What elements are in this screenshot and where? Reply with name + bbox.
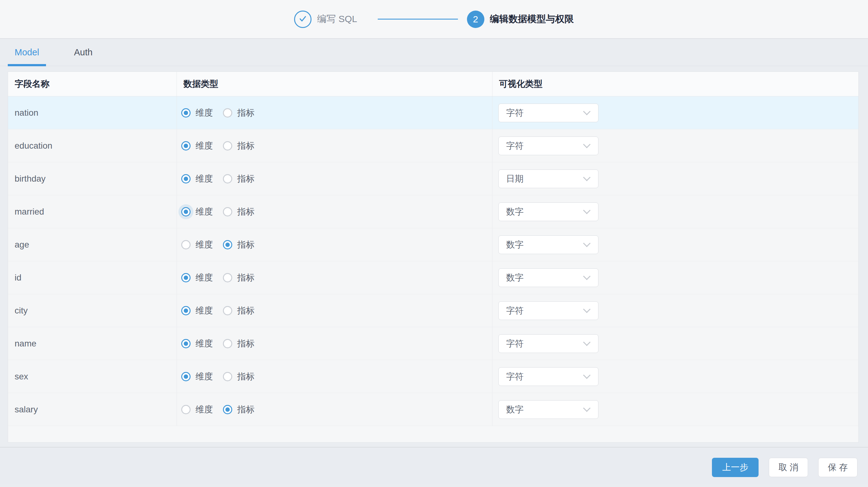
dimension-radio-option[interactable]: 维度	[181, 239, 213, 251]
cancel-button[interactable]: 取 消	[769, 458, 808, 477]
metric-radio-option[interactable]: 指标	[223, 371, 255, 383]
dimension-radio-label: 维度	[195, 272, 213, 284]
viz-type-select[interactable]: 数字	[498, 268, 598, 287]
chevron-down-icon	[583, 108, 590, 115]
metric-radio-option[interactable]: 指标	[223, 272, 255, 284]
step-active-circle: 2	[467, 10, 484, 28]
table-row: id 维度 指标 数字	[8, 261, 858, 294]
viz-type-select[interactable]: 数字	[498, 400, 598, 419]
data-type-cell: 维度 指标	[177, 393, 492, 426]
dimension-radio[interactable]	[181, 273, 191, 282]
table-row: salary 维度 指标 数字	[8, 393, 858, 426]
field-name-cell: married	[8, 195, 177, 228]
data-type-cell: 维度 指标	[177, 96, 492, 129]
chevron-down-icon	[583, 305, 590, 313]
field-name-cell: name	[8, 327, 177, 360]
table-header-row: 字段名称 数据类型 可视化类型	[8, 72, 858, 96]
metric-radio[interactable]	[223, 273, 232, 282]
viz-type-select[interactable]: 日期	[498, 170, 598, 188]
dimension-radio-option[interactable]: 维度	[181, 305, 213, 316]
dimension-radio[interactable]	[181, 141, 191, 151]
dimension-radio-option[interactable]: 维度	[181, 371, 213, 383]
dimension-radio-label: 维度	[195, 404, 213, 416]
viz-type-select[interactable]: 数字	[498, 203, 598, 221]
metric-radio-option[interactable]: 指标	[223, 140, 255, 152]
metric-radio-label: 指标	[237, 272, 255, 284]
dimension-radio-option[interactable]: 维度	[181, 173, 213, 185]
viz-type-select[interactable]: 数字	[498, 236, 598, 254]
viz-type-cell: 数字	[492, 261, 858, 294]
metric-radio[interactable]	[223, 174, 232, 183]
dimension-radio-option[interactable]: 维度	[181, 107, 213, 119]
field-name-cell: salary	[8, 393, 177, 426]
metric-radio-option[interactable]: 指标	[223, 404, 255, 416]
viz-type-select[interactable]: 字符	[498, 301, 598, 320]
dimension-radio-option[interactable]: 维度	[181, 404, 213, 416]
dimension-radio[interactable]	[181, 174, 191, 183]
dimension-radio-option[interactable]: 维度	[181, 206, 213, 218]
dimension-radio[interactable]	[181, 339, 191, 348]
viz-type-value: 日期	[506, 173, 524, 185]
dimension-radio[interactable]	[181, 207, 191, 216]
viz-type-value: 字符	[506, 140, 524, 152]
viz-type-select[interactable]: 字符	[498, 334, 598, 353]
metric-radio[interactable]	[223, 405, 232, 414]
metric-radio-option[interactable]: 指标	[223, 206, 255, 218]
chevron-down-icon	[583, 371, 590, 379]
data-type-cell: 维度 指标	[177, 261, 492, 294]
dimension-radio-option[interactable]: 维度	[181, 338, 213, 349]
metric-radio[interactable]	[223, 306, 232, 315]
metric-radio[interactable]	[223, 207, 232, 216]
chevron-down-icon	[583, 207, 590, 214]
metric-radio[interactable]	[223, 240, 232, 249]
dimension-radio-label: 维度	[195, 305, 213, 316]
viz-type-value: 数字	[506, 272, 524, 284]
table-empty-strip	[8, 426, 858, 442]
dimension-radio[interactable]	[181, 240, 191, 249]
table-row: education 维度 指标 字符	[8, 129, 858, 162]
table-row: city 维度 指标 字符	[8, 294, 858, 327]
tab-auth[interactable]: Auth	[67, 39, 99, 66]
metric-radio[interactable]	[223, 108, 232, 118]
metric-radio[interactable]	[223, 372, 232, 381]
field-name-cell: id	[8, 261, 177, 294]
wizard-step-bar: 编写 SQL 2 编辑数据模型与权限	[0, 0, 868, 39]
viz-type-cell: 字符	[492, 327, 858, 360]
dimension-radio-label: 维度	[195, 371, 213, 383]
viz-type-cell: 数字	[492, 393, 858, 426]
table-row: age 维度 指标 数字	[8, 228, 858, 261]
dimension-radio-option[interactable]: 维度	[181, 272, 213, 284]
viz-type-select[interactable]: 字符	[498, 103, 598, 122]
metric-radio[interactable]	[223, 141, 232, 151]
metric-radio-option[interactable]: 指标	[223, 338, 255, 349]
table-row: nation 维度 指标 字符	[8, 96, 858, 129]
step-edit-model: 2 编辑数据模型与权限	[467, 10, 574, 28]
save-button[interactable]: 保 存	[818, 458, 858, 477]
metric-radio-option[interactable]: 指标	[223, 305, 255, 316]
viz-type-select[interactable]: 字符	[498, 136, 598, 155]
viz-type-cell: 字符	[492, 294, 858, 327]
metric-radio-option[interactable]: 指标	[223, 173, 255, 185]
chevron-down-icon	[583, 174, 590, 181]
metric-radio-option[interactable]: 指标	[223, 107, 255, 119]
data-type-cell: 维度 指标	[177, 327, 492, 360]
dimension-radio[interactable]	[181, 372, 191, 381]
dimension-radio[interactable]	[181, 108, 191, 118]
metric-radio[interactable]	[223, 339, 232, 348]
dimension-radio-option[interactable]: 维度	[181, 140, 213, 152]
tab-model[interactable]: Model	[8, 39, 46, 66]
dimension-radio[interactable]	[181, 405, 191, 414]
dimension-radio[interactable]	[181, 306, 191, 315]
data-type-cell: 维度 指标	[177, 162, 492, 195]
table-row: sex 维度 指标 字符	[8, 360, 858, 393]
metric-radio-option[interactable]: 指标	[223, 239, 255, 251]
viz-type-select[interactable]: 字符	[498, 367, 598, 386]
dimension-radio-label: 维度	[195, 140, 213, 152]
metric-radio-label: 指标	[237, 371, 255, 383]
viz-type-value: 数字	[506, 404, 524, 416]
step-label: 编写 SQL	[317, 13, 357, 26]
previous-step-button[interactable]: 上一步	[712, 458, 758, 477]
viz-type-value: 字符	[506, 107, 524, 119]
metric-radio-label: 指标	[237, 404, 255, 416]
dimension-radio-label: 维度	[195, 206, 213, 218]
